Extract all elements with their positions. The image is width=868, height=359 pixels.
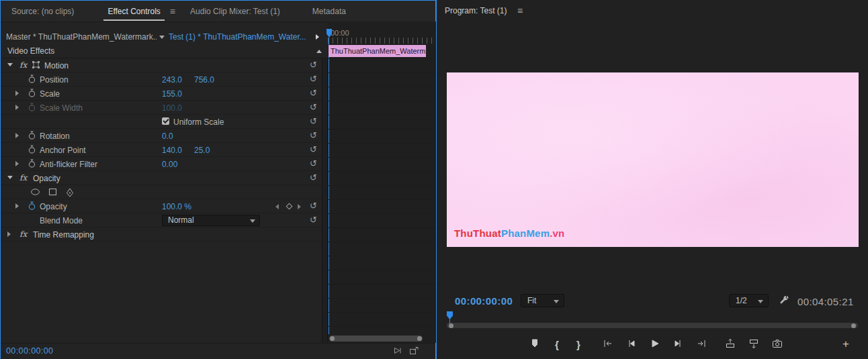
reset-icon[interactable]: ↺ [310, 215, 317, 225]
property-row-scale-width[interactable]: Scale Width 100.0 ↺ [1, 101, 322, 115]
reset-icon[interactable]: ↺ [310, 60, 317, 70]
add-keyframe-icon[interactable] [286, 203, 293, 210]
clip-bar[interactable]: ThuThuatPhanMem_Waterm [329, 45, 426, 57]
playback-resolution-dropdown[interactable]: 1/2 [729, 294, 769, 307]
play-icon[interactable] [392, 346, 402, 357]
collapse-section-icon[interactable] [316, 50, 322, 53]
previous-keyframe-icon[interactable] [275, 204, 279, 209]
pen-mask-tool-icon[interactable] [66, 188, 74, 199]
export-frame-button[interactable] [772, 338, 783, 349]
zoom-level-dropdown[interactable]: Fit [521, 294, 564, 307]
program-scrubber[interactable] [447, 311, 858, 331]
zoom-handle-left[interactable] [330, 336, 335, 341]
chevron-right-icon[interactable] [15, 203, 19, 209]
reset-icon[interactable]: ↺ [310, 158, 317, 168]
effect-name[interactable]: Motion [44, 61, 69, 70]
zoom-handle-right[interactable] [417, 336, 422, 341]
tab-effect-controls[interactable]: Effect Controls [103, 1, 164, 21]
property-row-position[interactable]: Position 243.0 756.0 ↺ [1, 72, 322, 87]
property-row-anti-flicker[interactable]: Anti-flicker Filter 0.00 ↺ [1, 157, 322, 171]
property-row-uniform-scale[interactable]: Uniform Scale ↺ [1, 115, 322, 129]
panel-menu-icon[interactable]: ≡ [170, 6, 175, 17]
stopwatch-icon-active[interactable] [28, 201, 36, 212]
value[interactable]: 100.0 % [162, 202, 191, 211]
chevron-right-icon[interactable] [15, 91, 19, 96]
reset-icon[interactable]: ↺ [310, 130, 317, 140]
property-row-blend-mode[interactable]: Blend Mode Normal ↺ [1, 213, 322, 227]
sequence-clip-label[interactable]: Test (1) * ThuThuatPhanMem_Water... [169, 32, 306, 42]
button-editor-add-button[interactable]: + [842, 338, 849, 351]
playhead-timecode[interactable]: 00:00:00:00 [455, 295, 513, 307]
chevron-right-icon[interactable] [316, 34, 319, 40]
effect-row-time-remapping[interactable]: fx Time Remapping [1, 227, 322, 242]
value-y[interactable]: 25.0 [194, 146, 210, 155]
go-to-in-button[interactable] [603, 338, 613, 349]
rectangle-mask-tool-icon[interactable] [48, 188, 57, 198]
effect-name[interactable]: Time Remapping [33, 230, 94, 240]
effect-name[interactable]: Opacity [33, 174, 60, 183]
chevron-down-icon[interactable] [7, 63, 13, 66]
chevron-down-icon[interactable] [159, 36, 165, 39]
stopwatch-icon[interactable] [28, 159, 36, 170]
export-frame-icon[interactable] [409, 346, 419, 357]
chevron-right-icon[interactable] [7, 232, 11, 237]
stopwatch-icon[interactable] [28, 89, 36, 99]
extract-button[interactable] [748, 338, 759, 349]
chevron-right-icon[interactable] [15, 161, 19, 166]
value[interactable]: 0.00 [162, 160, 177, 169]
tab-metadata[interactable]: Metadata [308, 1, 350, 21]
master-clip-label[interactable]: Master * ThuThuatPhanMem_Watermark... [6, 32, 157, 42]
vertical-scrollbar[interactable] [322, 58, 328, 343]
ruler-ticks[interactable] [328, 38, 436, 44]
reset-icon[interactable]: ↺ [310, 88, 317, 98]
stopwatch-icon[interactable] [28, 145, 36, 156]
stopwatch-icon[interactable] [28, 131, 36, 142]
value[interactable]: 155.0 [162, 89, 182, 99]
mark-out-button[interactable]: } [576, 339, 580, 350]
property-row-scale[interactable]: Scale 155.0 ↺ [1, 87, 322, 101]
value: 100.0 [162, 103, 182, 113]
next-keyframe-icon[interactable] [298, 204, 301, 209]
stopwatch-icon[interactable] [28, 74, 36, 85]
effect-row-motion[interactable]: fx Motion ↺ [1, 58, 322, 72]
go-to-out-button[interactable] [696, 338, 707, 349]
reset-icon[interactable]: ↺ [310, 201, 317, 211]
property-row-rotation[interactable]: Rotation 0.0 ↺ [1, 129, 322, 143]
chevron-right-icon[interactable] [15, 133, 19, 138]
reset-icon[interactable]: ↺ [310, 74, 317, 84]
play-button[interactable] [649, 338, 660, 349]
add-marker-button[interactable] [529, 338, 540, 349]
blend-mode-dropdown[interactable]: Normal [162, 215, 260, 226]
value-y[interactable]: 756.0 [194, 75, 214, 85]
tab-source[interactable]: Source: (no clips) [7, 1, 78, 21]
value-x[interactable]: 140.0 [162, 146, 182, 155]
timeline-zoom-scrollbar[interactable] [329, 336, 423, 342]
mark-in-button[interactable]: { [555, 339, 559, 350]
property-name: Blend Mode [40, 216, 83, 225]
video-preview[interactable]: ThuThuatPhanMem.vn [447, 72, 859, 247]
chevron-right-icon[interactable] [15, 105, 19, 110]
tab-audio-clip-mixer[interactable]: Audio Clip Mixer: Test (1) [186, 1, 284, 21]
lift-button[interactable] [725, 338, 736, 349]
uniform-scale-checkbox[interactable] [162, 117, 169, 125]
reset-icon[interactable]: ↺ [310, 116, 317, 126]
scrubber-handle-right[interactable] [851, 323, 856, 328]
reset-icon[interactable]: ↺ [310, 102, 317, 112]
chevron-down-icon[interactable] [7, 176, 13, 179]
step-back-button[interactable] [626, 338, 637, 349]
settings-wrench-icon[interactable] [779, 295, 790, 308]
panel-menu-icon[interactable]: ≡ [517, 5, 523, 16]
reset-icon[interactable]: ↺ [310, 172, 317, 183]
scrubber-track[interactable] [447, 323, 858, 328]
current-timecode[interactable]: 00:00:00:00 [6, 346, 53, 356]
effect-row-opacity[interactable]: fx Opacity ↺ [1, 171, 322, 185]
ellipse-mask-tool-icon[interactable] [30, 188, 40, 198]
value-x[interactable]: 243.0 [162, 75, 182, 85]
value[interactable]: 0.0 [162, 132, 173, 141]
property-row-opacity[interactable]: Opacity 100.0 % ↺ [1, 199, 322, 213]
reset-icon[interactable]: ↺ [310, 144, 317, 154]
property-row-anchor-point[interactable]: Anchor Point 140.0 25.0 ↺ [1, 143, 322, 157]
tab-program[interactable]: Program: Test (1) [445, 6, 507, 15]
step-forward-button[interactable] [672, 338, 683, 349]
video-effects-section-header[interactable]: Video Effects [1, 44, 327, 58]
